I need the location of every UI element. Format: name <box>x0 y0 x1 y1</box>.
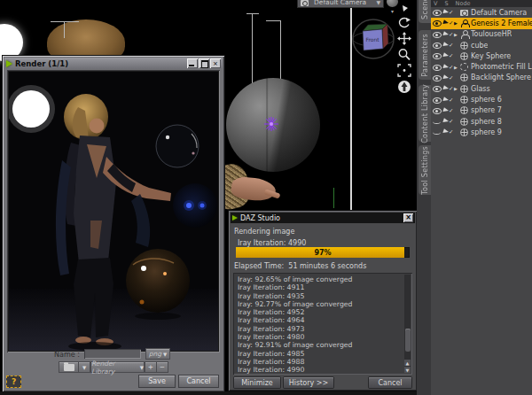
node-row-cube[interactable]: cube <box>431 40 532 50</box>
scroll-down-icon[interactable]: ▼ <box>404 367 411 373</box>
node-row-key-sphere[interactable]: Key Sphere <box>431 50 532 61</box>
log-line: Iray: 92.65% of image converged <box>238 275 403 283</box>
render-library-dropdown[interactable]: Render Library▼ <box>91 362 144 372</box>
node-row-sphere-9[interactable]: sphere 9 <box>431 127 532 137</box>
remove-button[interactable]: − <box>157 362 168 372</box>
log-line: Iray Iteration: 4911 <box>238 283 403 291</box>
expand-arrow-icon[interactable]: ▶ <box>454 65 460 70</box>
frame-tool-icon[interactable] <box>397 64 411 77</box>
selectability-cursor-icon[interactable] <box>443 74 454 82</box>
cancel-button[interactable]: Cancel <box>179 376 218 387</box>
log-line: Iray: 92.77% of image converged <box>238 300 403 308</box>
tab-parameters[interactable]: Parameters <box>419 30 431 80</box>
node-row-sphere-8[interactable]: sphere 8 <box>431 116 532 127</box>
geometry-icon <box>460 96 468 104</box>
selectability-cursor-icon[interactable] <box>443 19 454 27</box>
selectability-cursor-icon[interactable] <box>443 96 454 105</box>
scrollbar-thumb[interactable] <box>405 329 411 352</box>
orbit-tool-icon[interactable] <box>397 17 411 29</box>
node-label: Key Sphere <box>471 52 511 60</box>
visibility-eye-icon[interactable] <box>433 62 443 72</box>
hanging-wire <box>252 13 253 84</box>
selectability-cursor-icon[interactable] <box>443 117 454 126</box>
render-log[interactable]: Iray: 92.65% of image converged Iray Ite… <box>233 273 412 375</box>
zoom-tool-icon[interactable] <box>397 48 411 61</box>
save-button[interactable]: Save <box>139 376 175 387</box>
visibility-eye-icon[interactable] <box>433 8 443 18</box>
selectability-cursor-icon[interactable] <box>443 84 454 93</box>
node-label: sphere 8 <box>471 118 502 126</box>
visibility-eye-icon[interactable] <box>433 51 443 61</box>
save-location-dropdown[interactable]: ▼ <box>79 362 90 372</box>
dialog-titlebar[interactable]: DAZ Studio × <box>231 213 415 223</box>
node-row-sphere-6[interactable]: sphere 6 <box>431 94 532 105</box>
selectability-cursor-icon[interactable] <box>443 41 454 50</box>
view-cube-front-label: Front <box>365 36 379 43</box>
visibility-eye-closed-icon[interactable] <box>433 128 443 137</box>
node-row-sphere-7[interactable]: sphere 7 <box>431 105 532 116</box>
visibility-eye-icon[interactable] <box>433 29 443 39</box>
visibility-eye-icon[interactable] <box>433 41 443 50</box>
camera-selector-dropdown[interactable]: Default Camera ▼ <box>297 0 384 8</box>
cancel-render-button[interactable]: Cancel <box>369 377 411 388</box>
visibility-eye-icon[interactable] <box>433 84 443 94</box>
tab-content-library[interactable]: Content Library <box>419 85 431 142</box>
minimize-dialog-button[interactable]: Minimize <box>234 377 280 388</box>
scene-node-list: Default Camera ▶ Genesis 2 Female ▶ Toul… <box>431 7 532 138</box>
close-button[interactable]: × <box>210 58 221 68</box>
hanging-wire <box>266 20 281 21</box>
expand-arrow-icon[interactable]: ▶ <box>454 20 460 26</box>
render-progress-dialog[interactable]: DAZ Studio × Rendering image Iray Iterat… <box>229 211 417 391</box>
add-button[interactable]: + <box>145 362 156 372</box>
selectability-cursor-icon[interactable] <box>443 51 454 60</box>
save-location-button[interactable] <box>59 362 78 372</box>
tab-scene[interactable]: Scene <box>419 0 431 23</box>
pan-tool-icon[interactable] <box>397 32 411 45</box>
node-row-glass[interactable]: ▶ Glass <box>431 83 532 94</box>
format-dropdown[interactable]: png▼ <box>146 349 169 359</box>
node-row-toulousehr[interactable]: ▶ ToulouseHR <box>431 29 532 40</box>
node-row-photometric-fill-lights[interactable]: ▶ Photometric Fill Lights <box>431 61 532 72</box>
scene-list-header: V S Node <box>431 0 532 7</box>
point-light-star-icon[interactable] <box>263 116 279 132</box>
aim-tool-icon[interactable] <box>397 80 411 94</box>
log-line: Iray Iteration: 4980 <box>238 333 403 341</box>
node-row-genesis-2-female-selected[interactable]: ▶ Genesis 2 Female <box>431 18 532 28</box>
selectability-cursor-icon[interactable] <box>443 128 454 136</box>
dialog-title: DAZ Studio <box>240 214 280 222</box>
node-label: Glass <box>471 85 490 93</box>
render-window[interactable]: Render (1/1) × <box>3 56 224 391</box>
help-button[interactable]: ? <box>6 376 21 388</box>
selectability-cursor-icon[interactable] <box>443 8 454 17</box>
hanging-wire <box>246 13 259 14</box>
log-line: Iray Iteration: 4990 <box>238 366 403 374</box>
expand-arrow-icon[interactable]: ▶ <box>454 86 460 91</box>
node-row-default-camera[interactable]: Default Camera <box>431 7 532 18</box>
dialog-close-button[interactable]: × <box>403 213 413 222</box>
daz-arrow-icon <box>6 60 12 67</box>
visibility-eye-closed-icon[interactable] <box>433 117 443 127</box>
selectability-cursor-icon[interactable] <box>443 106 454 115</box>
tab-tool-settings[interactable]: Tool Settings <box>419 145 431 195</box>
minimize-button[interactable] <box>187 58 198 68</box>
name-input[interactable] <box>84 349 141 359</box>
chevron-down-icon[interactable]: ▾ <box>391 8 394 14</box>
visibility-eye-icon[interactable] <box>433 95 443 105</box>
visibility-eye-icon[interactable] <box>433 73 443 82</box>
visibility-eye-icon[interactable] <box>433 19 443 28</box>
log-scrollbar[interactable]: ▲ ▼ <box>404 275 411 373</box>
maximize-button[interactable] <box>199 58 209 68</box>
scroll-up-icon[interactable]: ▲ <box>404 360 411 366</box>
expand-arrow-icon[interactable]: ▶ <box>454 32 460 37</box>
node-label: sphere 6 <box>471 96 502 104</box>
view-cube[interactable]: Front <box>351 16 395 62</box>
selectability-cursor-icon[interactable] <box>443 63 454 72</box>
cursor-tool-icon[interactable] <box>397 5 411 14</box>
selectability-cursor-icon[interactable] <box>443 30 454 39</box>
render-window-titlebar[interactable]: Render (1/1) × <box>4 58 223 69</box>
render-window-title: Render (1/1) <box>15 59 68 68</box>
history-button[interactable]: History >> <box>284 377 333 388</box>
node-row-backlight-sphere[interactable]: Backlight Sphere <box>431 73 532 83</box>
rendered-scene <box>9 72 218 351</box>
visibility-eye-icon[interactable] <box>433 105 443 115</box>
